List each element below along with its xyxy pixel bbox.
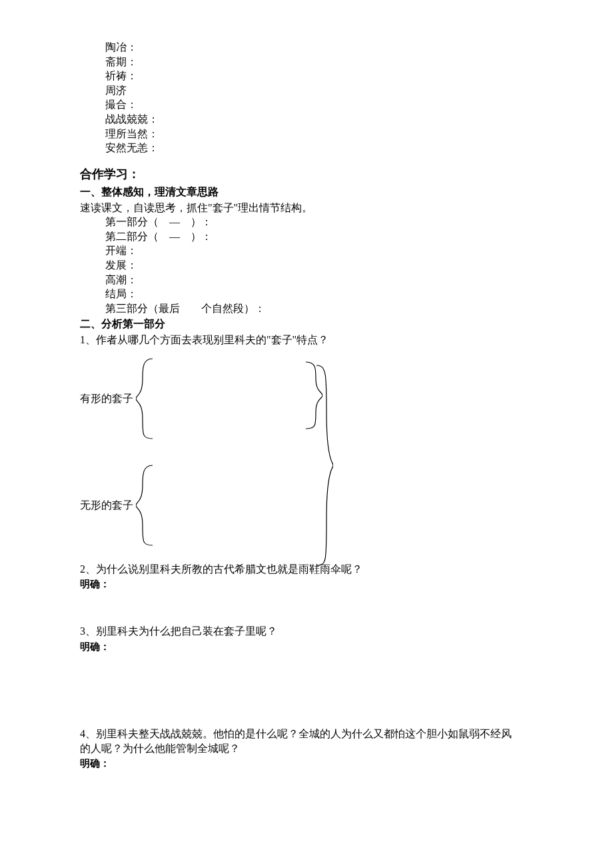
outline-line: 发展： [105,258,533,273]
question-4-line2: 的人呢？为什么他能管制全城呢？ [80,741,533,756]
question-2: 2、为什么说别里科夫所教的古代希腊文也就是雨鞋雨伞呢？ [80,562,533,577]
term-item: 安然无恙： [105,141,533,155]
left-brace-icon [136,355,156,442]
term-item: 理所当然： [105,127,533,141]
term-item: 祈祷： [105,69,533,83]
outline-line: 开端： [105,243,533,258]
section1-outline: 第一部分（ ― ）： 第二部分（ ― ）： 开端： 发展： 高潮： 结局： 第三… [105,215,533,315]
section1-intro: 速读课文，自读思考，抓住"套子"理出情节结构。 [80,201,533,215]
answer-label: 明确： [80,577,533,591]
outline-line: 第一部分（ ― ）： [105,215,533,229]
term-item: 陶冶： [105,40,533,55]
left-brace-icon [136,462,156,549]
term-item: 周济 [105,83,533,98]
vocab-terms: 陶冶： 斋期： 祈祷： 周济 撮合： 战战兢兢： 理所当然： 安然无恙： [105,40,533,155]
coop-learning-heading: 合作学习： [80,166,533,182]
outline-line: 第三部分（最后 个自然段）： [105,301,533,316]
question-1: 1、作者从哪几个方面去表现别里科夫的"套子"特点？ [80,333,533,347]
question-3: 3、别里科夫为什么把自己装在套子里呢？ [80,624,533,639]
outline-line: 高潮： [105,273,533,287]
term-item: 撮合： [105,97,533,112]
brace-label-visible: 有形的套子 [80,391,133,406]
term-item: 斋期： [105,55,533,69]
question-4-line1: 4、别里科夫整天战战兢兢。他怕的是什么呢？全城的人为什么又都怕这个胆小如鼠弱不经… [80,727,533,741]
answer-label: 明确： [80,757,533,770]
outline-line: 第二部分（ ― ）： [105,229,533,244]
brace-label-invisible: 无形的套子 [80,498,133,513]
answer-label: 明确： [80,640,533,653]
section2-title: 二、分析第一部分 [80,317,533,331]
term-item: 战战兢兢： [105,112,533,127]
section1-title: 一、整体感知，理清文章思路 [80,185,533,199]
brace-diagram: 有形的套子 无形的套子 [80,355,533,549]
outline-line: 结局： [105,287,533,301]
right-brace-icon [303,359,322,432]
